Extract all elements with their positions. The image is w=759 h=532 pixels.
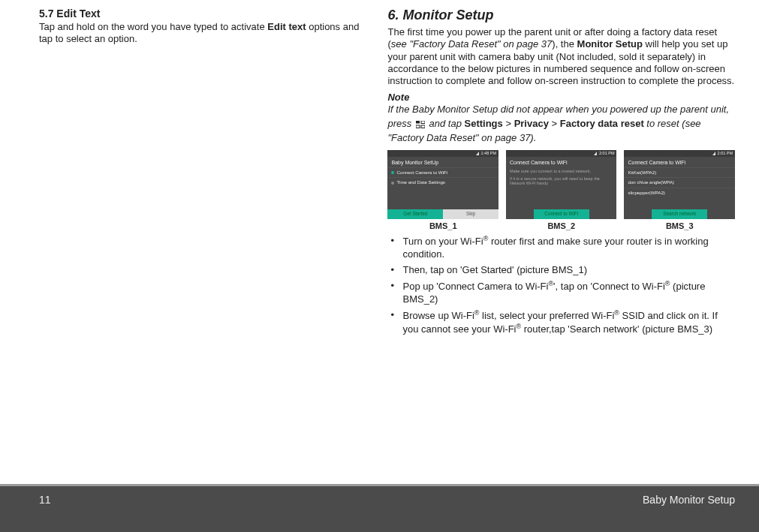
wifi-list-item[interactable]: don chloe angle(WPA) (624, 177, 735, 188)
phone-mock-3: 2:01 PM Connect Camera to WiFi KitKat(WP… (624, 150, 735, 219)
registered-mark: ® (483, 235, 489, 242)
registered-mark: ® (548, 280, 553, 287)
step-item: Browse up Wi-Fi® list, select your prefe… (387, 309, 735, 336)
signal-icon (594, 152, 597, 155)
row-label: don chloe angle(WPA) (628, 180, 673, 185)
screenshot-bms2: 2:01 PM Connect Camera to WiFi Make sure… (506, 150, 617, 230)
steps-list: Turn on your Wi-Fi® router first and mak… (387, 235, 735, 337)
registered-mark: ® (665, 280, 670, 287)
bullet-icon (391, 182, 394, 185)
registered-mark: ® (474, 309, 480, 317)
svg-rect-1 (421, 121, 425, 124)
screen-title: Connect Camera to WiFi (624, 157, 691, 167)
note-heading: Note (387, 92, 735, 103)
left-column: 5.7 Edit Text Tap and hold on the word y… (39, 8, 369, 473)
text-fragment: > (503, 118, 514, 129)
intro-italic-ref: see "Factory Data Reset" on page (391, 38, 538, 50)
text-fragment: ), the (552, 38, 577, 50)
get-started-button[interactable]: Get Started (387, 209, 443, 219)
section-6-intro: The first time you power up the parent u… (387, 26, 735, 87)
signal-icon (712, 152, 715, 155)
svg-rect-0 (416, 121, 420, 124)
right-column: 6. Monitor Setup The first time you powe… (387, 8, 735, 473)
section-5-7-body: Tap and hold on the word you have typed … (39, 21, 369, 46)
screenshot-caption: BMS_2 (547, 221, 575, 230)
step-item: Then, tap on 'Get Started' (picture BMS_… (387, 264, 735, 277)
svg-rect-2 (416, 125, 420, 128)
bullet-icon (391, 171, 394, 174)
status-bar: 2:01 PM (506, 150, 617, 157)
section-6-heading: 6. Monitor Setup (387, 8, 735, 23)
content-columns: 5.7 Edit Text Tap and hold on the word y… (0, 0, 759, 473)
page-number: 11 (39, 494, 51, 506)
step-item: Turn on your Wi-Fi® router first and mak… (387, 235, 735, 261)
wifi-list-item[interactable]: slicpepper(WPA2) (624, 188, 735, 198)
bottom-buttons: Get Started Skip (387, 209, 498, 219)
row-label: Time and Date Settings (396, 180, 444, 185)
hint-text: Make sure you connect to a trusted netwo… (506, 167, 617, 175)
settings-bold: Settings (465, 118, 503, 129)
svg-rect-3 (421, 125, 425, 128)
list-item: Time and Date Settings (387, 177, 498, 188)
text-fragment: Tap and hold on the word you have typed … (39, 21, 267, 32)
edit-text-bold: Edit text (267, 21, 306, 32)
wifi-list-item[interactable]: KitKat(WPA2) (624, 167, 735, 178)
screenshot-row: 1:48 PM Baby Monitor SetUp Connect Camer… (387, 150, 735, 230)
screen-title: Baby Monitor SetUp (387, 157, 498, 167)
search-network-button[interactable]: Search network (652, 209, 707, 219)
status-time: 2:01 PM (599, 151, 614, 155)
row-label: slicpepper(WPA2) (628, 191, 664, 196)
skip-button[interactable]: Skip (443, 209, 498, 219)
section-5-7-heading: 5.7 Edit Text (39, 8, 369, 20)
app-grid-icon (414, 117, 426, 131)
connect-wifi-button[interactable]: Connect to WiFi (534, 209, 589, 219)
status-bar: 1:48 PM (387, 150, 498, 157)
screenshot-bms3: 2:01 PM Connect Camera to WiFi KitKat(WP… (624, 150, 735, 230)
step-item: Pop up 'Connect Camera to Wi-Fi®', tap o… (387, 280, 735, 306)
page: 5.7 Edit Text Tap and hold on the word y… (0, 0, 759, 532)
registered-mark: ® (517, 323, 522, 330)
monitor-setup-bold: Monitor Setup (577, 38, 643, 50)
text-fragment: and tap (426, 118, 465, 129)
fdr-bold: Factory data reset (560, 118, 644, 129)
screenshot-caption: BMS_3 (666, 221, 694, 230)
screenshot-caption: BMS_1 (429, 221, 457, 230)
privacy-bold: Privacy (514, 118, 549, 129)
footer-title: Baby Monitor Setup (643, 494, 735, 506)
screenshot-bms1: 1:48 PM Baby Monitor SetUp Connect Camer… (387, 150, 498, 230)
row-label: Connect Camera to WiFi (396, 170, 447, 176)
status-time: 2:01 PM (718, 151, 733, 155)
row-label: KitKat(WPA2) (628, 170, 656, 176)
phone-mock-1: 1:48 PM Baby Monitor SetUp Connect Camer… (387, 150, 498, 219)
intro-pagenum: 37 (538, 38, 552, 50)
signal-icon (476, 152, 479, 155)
note-body: If the Baby Monitor Setup did not appear… (387, 103, 735, 146)
status-bar: 2:01 PM (624, 150, 735, 157)
status-time: 1:48 PM (481, 151, 496, 155)
registered-mark: ® (614, 309, 619, 317)
hint-text: If it is a secure network, you will need… (506, 175, 617, 187)
text-fragment: > (549, 118, 560, 129)
list-item: Connect Camera to WiFi (387, 167, 498, 178)
page-footer: 11 Baby Monitor Setup (0, 484, 759, 532)
phone-mock-2: 2:01 PM Connect Camera to WiFi Make sure… (506, 150, 617, 219)
screen-title: Connect Camera to WiFi (506, 157, 573, 167)
